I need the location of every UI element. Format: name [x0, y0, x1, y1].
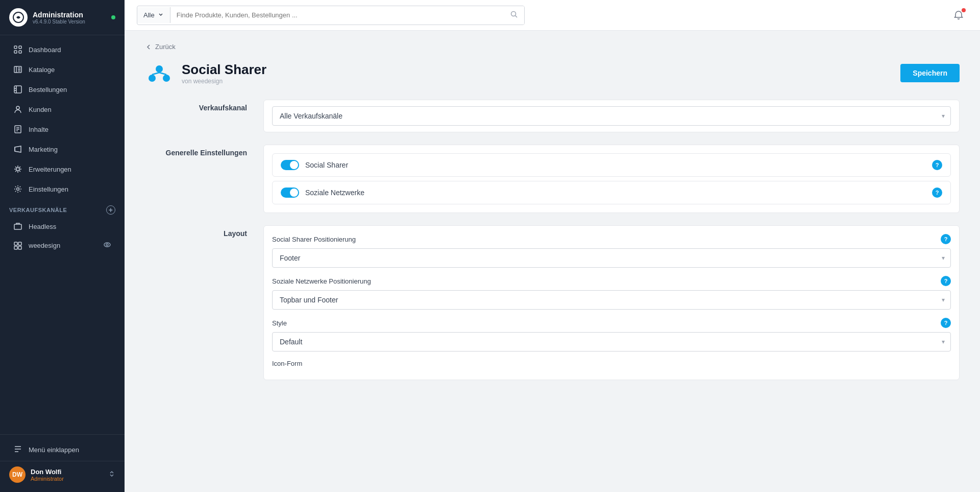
sidebar-item-label-kunden: Kunden — [29, 106, 52, 113]
sidebar-item-inhalte[interactable]: Inhalte — [4, 120, 120, 139]
social-sharer-positionierung-help-icon[interactable]: ? — [941, 234, 951, 244]
svg-rect-23 — [14, 246, 17, 249]
sidebar-item-label-bestellungen: Bestellungen — [29, 86, 67, 93]
soziale-netzwerke-toggle-label: Soziale Netzwerke — [305, 189, 364, 197]
soziale-netzwerke-positionierung-select-wrapper: Topbar und Footer ▾ — [272, 290, 951, 310]
sidebar-item-erweiterungen[interactable]: Erweiterungen — [4, 159, 120, 179]
add-channel-button[interactable]: + — [106, 205, 115, 215]
social-sharer-toggle[interactable] — [281, 160, 299, 170]
notification-bell-button[interactable] — [949, 6, 968, 25]
social-sharer-positionierung-select[interactable]: Footer — [272, 248, 951, 268]
sidebar-item-bestellungen[interactable]: Bestellungen — [4, 80, 120, 99]
verkaufskanaele-label: Verkaufskanäle — [9, 207, 67, 213]
back-label: Zurück — [155, 43, 176, 51]
plugin-icon — [145, 59, 174, 87]
svg-point-11 — [16, 106, 19, 109]
style-help-icon[interactable]: ? — [941, 318, 951, 328]
sidebar-item-label-inhalte: Inhalte — [29, 126, 48, 133]
sidebar-item-kataloge[interactable]: Kataloge — [4, 60, 120, 79]
sidebar-item-einstellungen[interactable]: Einstellungen — [4, 179, 120, 199]
user-role: Administrator — [31, 476, 64, 482]
search-bar: Alle — [137, 6, 525, 25]
back-link[interactable]: Zurück — [145, 43, 960, 51]
sidebar-item-dashboard[interactable]: Dashboard — [4, 40, 120, 59]
app-title-group: Administration v6.4.9.0 Stable Version — [33, 11, 85, 25]
sidebar-item-label-einstellungen: Einstellungen — [29, 185, 68, 193]
avatar: DW — [9, 466, 26, 483]
weedesign-channel-label: weedesign — [29, 242, 60, 249]
generelle-einstellungen-section: Generelle Einstellungen Social Sharer ? … — [145, 145, 960, 213]
soziale-netzwerke-positionierung-row: Soziale Netzwerke Positionierung ? Topba… — [272, 276, 951, 310]
plugin-by: von weedesign — [182, 78, 266, 85]
page-content: Zurück Social Sharer von weedesign — [125, 31, 980, 492]
style-label: Style — [272, 319, 287, 327]
style-select[interactable]: Default — [272, 332, 951, 352]
catalog-icon — [13, 65, 22, 74]
generelle-einstellungen-content: Social Sharer ? Soziale Netzwerke ? — [263, 145, 960, 213]
svg-rect-10 — [14, 86, 21, 93]
verkaufskanaele-section: Verkaufskanäle + — [0, 199, 125, 217]
sidebar-item-marketing[interactable]: Marketing — [4, 139, 120, 159]
soziale-netzwerke-positionierung-header: Soziale Netzwerke Positionierung ? — [272, 276, 951, 286]
layout-label: Layout — [145, 225, 247, 380]
sidebar-item-weedesign[interactable]: weedesign — [4, 236, 120, 255]
weedesign-icon — [13, 241, 22, 250]
collapse-menu-label: Menü einklappen — [29, 446, 79, 454]
orders-icon — [13, 85, 22, 94]
search-input[interactable] — [170, 7, 504, 23]
app-version: v6.4.9.0 Stable Version — [33, 19, 85, 25]
verkaufskanal-select-wrapper: Alle Verkaufskanäle ▾ — [272, 106, 951, 126]
svg-point-30 — [149, 75, 156, 82]
save-button[interactable]: Speichern — [900, 64, 960, 82]
weedesign-eye-icon[interactable] — [103, 241, 111, 250]
extensions-icon — [13, 165, 22, 174]
svg-point-29 — [156, 65, 163, 73]
search-filter-button[interactable]: Alle — [137, 7, 170, 23]
verkaufskanal-content: Alle Verkaufskanäle ▾ — [263, 100, 960, 132]
svg-point-19 — [17, 188, 19, 191]
svg-point-18 — [16, 168, 19, 171]
soziale-netzwerke-help-icon[interactable]: ? — [932, 188, 942, 198]
sidebar: Administration v6.4.9.0 Stable Version D… — [0, 0, 125, 492]
search-filter-label: Alle — [143, 11, 155, 19]
generelle-einstellungen-label: Generelle Einstellungen — [145, 145, 247, 213]
user-chevron-icon — [108, 470, 115, 479]
notification-badge — [962, 8, 966, 12]
sidebar-item-label-erweiterungen: Erweiterungen — [29, 166, 71, 173]
svg-rect-20 — [14, 224, 21, 229]
svg-rect-4 — [19, 51, 21, 53]
sidebar-bottom: Menü einklappen DW Don Wolfi Administrat… — [0, 434, 125, 492]
svg-point-27 — [511, 11, 516, 16]
svg-rect-21 — [14, 242, 17, 245]
collapse-menu-button[interactable]: Menü einklappen — [4, 439, 120, 460]
social-sharer-positionierung-row: Social Sharer Positionierung ? Footer ▾ — [272, 234, 951, 268]
page-header: Social Sharer von weedesign Speichern — [145, 59, 960, 87]
sidebar-item-kunden[interactable]: Kunden — [4, 100, 120, 119]
svg-rect-24 — [18, 246, 21, 249]
social-sharer-help-icon[interactable]: ? — [932, 160, 942, 170]
soziale-netzwerke-positionierung-help-icon[interactable]: ? — [941, 276, 951, 286]
sidebar-item-label-marketing: Marketing — [29, 146, 58, 153]
layout-section: Layout Social Sharer Positionierung ? Fo… — [145, 225, 960, 380]
plugin-name: Social Sharer — [182, 62, 266, 78]
social-sharer-positionierung-header: Social Sharer Positionierung ? — [272, 234, 951, 244]
online-indicator — [111, 15, 115, 19]
soziale-netzwerke-toggle-row: Soziale Netzwerke ? — [272, 181, 951, 204]
verkaufskanal-section: Verkaufskanal Alle Verkaufskanäle ▾ — [145, 100, 960, 132]
soziale-netzwerke-toggle[interactable] — [281, 188, 299, 198]
verkaufskanal-select[interactable]: Alle Verkaufskanäle — [272, 106, 951, 126]
svg-point-26 — [106, 244, 108, 246]
social-sharer-positionierung-select-wrapper: Footer ▾ — [272, 248, 951, 268]
app-title: Administration — [33, 11, 85, 19]
style-select-wrapper: Default ▾ — [272, 332, 951, 352]
search-submit-button[interactable] — [504, 6, 524, 25]
verkaufskanal-label: Verkaufskanal — [145, 100, 247, 132]
soziale-netzwerke-positionierung-select[interactable]: Topbar und Footer — [272, 290, 951, 310]
sidebar-item-headless[interactable]: Headless — [4, 217, 120, 236]
user-section[interactable]: DW Don Wolfi Administrator — [0, 461, 125, 488]
svg-point-25 — [104, 243, 110, 247]
soziale-netzwerke-positionierung-label: Soziale Netzwerke Positionierung — [272, 277, 371, 285]
svg-marker-16 — [15, 146, 21, 152]
svg-rect-3 — [14, 51, 17, 53]
customers-icon — [13, 105, 22, 114]
